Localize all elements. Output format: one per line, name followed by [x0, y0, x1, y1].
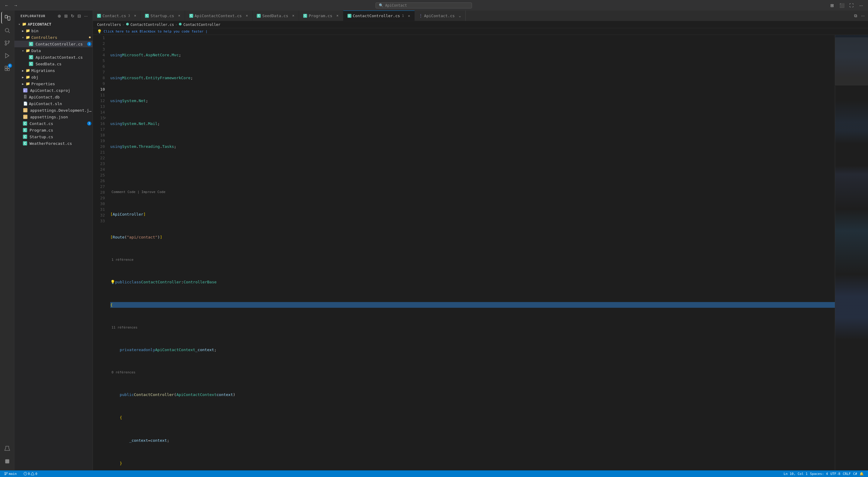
- tab-label: ApiContact.cs: [424, 13, 455, 18]
- sidebar-item-obj[interactable]: ▶ 📁 obj: [14, 74, 93, 80]
- sidebar-item-apicontact[interactable]: ▾ 📁 APICONTACT: [14, 21, 93, 27]
- error-count: 0: [28, 472, 30, 476]
- line-number: 26: [93, 178, 105, 184]
- tab-badge: 1: [402, 14, 404, 18]
- sidebar-item-weatherforecast[interactable]: C WeatherForecast.cs: [14, 140, 93, 147]
- line-number: 17: [93, 127, 105, 132]
- status-encoding[interactable]: UTF-8: [829, 472, 841, 476]
- sidebar-item-appsettings-dev[interactable]: {} appsettings.Development.json: [14, 107, 93, 113]
- tab-close-button[interactable]: ×: [244, 13, 249, 18]
- tab-apicontactcontext[interactable]: C ApiContactContext.cs ×: [185, 10, 253, 21]
- sidebar-item-data[interactable]: ▾ 📁 Data: [14, 47, 93, 54]
- tab-contactcontroller[interactable]: C ContactController.cs 1 ×: [343, 10, 415, 21]
- back-button[interactable]: ←: [3, 2, 10, 9]
- sidebar-item-apicontactcontext[interactable]: C ApiContactContext.cs: [14, 54, 93, 61]
- sidebar-item-label: ApiContactContext.cs: [36, 55, 93, 60]
- extensions-badge: 4: [8, 64, 12, 68]
- sidebar-item-seeddata[interactable]: C SeedData.cs: [14, 61, 93, 67]
- status-branch[interactable]: main: [3, 470, 18, 477]
- hint-bar: 💡 Click here to ask Blackbox to help you…: [93, 28, 868, 35]
- breadcrumb-controllers[interactable]: Controllers: [97, 23, 121, 27]
- forward-button[interactable]: →: [12, 2, 19, 9]
- collapse-all-button[interactable]: ⊟: [76, 13, 82, 19]
- search-bar[interactable]: 🔍 ApiContact: [375, 2, 472, 8]
- sidebar-item-csproj[interactable]: ⚙ ApiContact.csproj: [14, 87, 93, 94]
- split-editor-button[interactable]: ⧉: [852, 12, 859, 19]
- tab-close-button[interactable]: ×: [291, 13, 296, 18]
- tab-seeddata[interactable]: C SeedData.cs ×: [253, 10, 299, 21]
- status-spaces[interactable]: Spaces: 4: [809, 472, 830, 476]
- svg-text:⚙: ⚙: [24, 90, 25, 92]
- svg-rect-1: [7, 16, 10, 20]
- explorer-icon[interactable]: [1, 12, 13, 24]
- json-icon: {}: [23, 114, 28, 119]
- line-number: 9: [93, 81, 105, 87]
- status-errors[interactable]: 0 0: [22, 470, 38, 477]
- editor-content: 1 2 3 4 5 6 7 8 9 10 11 12 13 14 15 16 1…: [93, 35, 868, 470]
- new-file-button[interactable]: ⊕: [56, 13, 62, 19]
- tab-program[interactable]: C Program.cs ×: [299, 10, 343, 21]
- sidebar-item-sln[interactable]: 📄 ApiContact.sln: [14, 100, 93, 107]
- code-editor[interactable]: using Microsoft.AspNetCore.Mvc; using Mi…: [108, 35, 835, 470]
- sidebar-item-contact[interactable]: C Contact.cs 3: [14, 120, 93, 127]
- refresh-button[interactable]: ↻: [70, 13, 76, 19]
- tab-apicontact[interactable]: ⋮ ApiContact.cs ⌄: [415, 10, 466, 21]
- tab-label: Startup.cs: [150, 13, 174, 18]
- cs-icon: C: [29, 62, 33, 66]
- hint-text[interactable]: Click here to ask Blackbox to help you c…: [104, 30, 207, 33]
- line-numbers: 1 2 3 4 5 6 7 8 9 10 11 12 13 14 15 16 1…: [93, 35, 108, 470]
- status-language[interactable]: C#: [852, 472, 858, 476]
- file-badge: 1: [87, 42, 91, 46]
- svg-line-3: [8, 32, 10, 33]
- status-feedback[interactable]: 🔔: [858, 472, 865, 476]
- breadcrumb-class[interactable]: ContactController: [183, 23, 220, 27]
- status-line-col[interactable]: Ln 10, Col 1: [782, 472, 809, 476]
- search-icon[interactable]: [1, 24, 13, 36]
- minimap[interactable]: [835, 35, 868, 470]
- sidebar-item-label: ContactController.cs: [36, 42, 87, 46]
- more-options-button[interactable]: ···: [83, 13, 89, 19]
- svg-rect-13: [5, 459, 9, 463]
- layout-button[interactable]: ⊞: [828, 1, 836, 9]
- breadcrumb-file[interactable]: ContactController.cs: [130, 23, 174, 27]
- code-line-10: {: [110, 302, 835, 308]
- extensions-icon[interactable]: 4: [1, 62, 13, 74]
- sidebar-item-program[interactable]: C Program.cs: [14, 127, 93, 133]
- tab-close-button[interactable]: ×: [133, 13, 137, 18]
- tab-close-button[interactable]: ×: [177, 13, 182, 18]
- tab-close-button[interactable]: ×: [335, 13, 340, 18]
- sidebar-item-db[interactable]: 🗄 ApiContact.db: [14, 94, 93, 100]
- status-eol[interactable]: CRLF: [841, 472, 852, 476]
- json-icon: {}: [23, 108, 28, 113]
- tab-contact-cs[interactable]: C Contact.cs 3 ×: [93, 10, 141, 21]
- sidebar-item-migrations[interactable]: ▶ 📁 Migrations: [14, 67, 93, 74]
- fullscreen-button[interactable]: ⛶: [847, 1, 855, 9]
- cs-tab-icon: C: [97, 14, 101, 18]
- code-annotation: 1 référence: [110, 257, 835, 262]
- testing-icon[interactable]: [1, 443, 13, 455]
- sidebar-item-bin[interactable]: ▶ 📁 bin: [14, 27, 93, 34]
- blackbox-icon[interactable]: [1, 455, 13, 467]
- split-button[interactable]: ⬛: [838, 1, 846, 9]
- line-number: 20: [93, 144, 105, 149]
- sidebar-item-label: Data: [31, 48, 93, 53]
- more-tabs-button[interactable]: ···: [860, 12, 866, 19]
- cs-tab-icon: C: [303, 14, 307, 18]
- new-folder-button[interactable]: ⊞: [63, 13, 69, 19]
- sidebar-item-startup[interactable]: C Startup.cs: [14, 133, 93, 140]
- run-debug-icon[interactable]: [1, 50, 13, 62]
- sidebar-item-appsettings[interactable]: {} appsettings.json: [14, 113, 93, 120]
- tab-close-button[interactable]: ⌄: [458, 13, 462, 18]
- code-line-12: public ContactController(ApiContactConte…: [110, 392, 835, 398]
- minimap-slider[interactable]: [835, 37, 868, 86]
- sidebar-item-contactcontroller[interactable]: C ContactController.cs 1: [14, 41, 93, 47]
- tab-startup[interactable]: C Startup.cs ×: [141, 10, 185, 21]
- source-control-icon[interactable]: [1, 37, 13, 49]
- hint-link[interactable]: Click here to ask Blackbox to help you c…: [104, 30, 207, 33]
- line-number: 27: [93, 184, 105, 190]
- more-button[interactable]: ···: [857, 1, 865, 9]
- tab-close-button[interactable]: ×: [407, 13, 411, 19]
- sidebar-item-controllers[interactable]: ▾ 📁 Controllers: [14, 34, 93, 41]
- titlebar-navigation: ← →: [3, 2, 19, 9]
- sidebar-item-properties[interactable]: ▶ 📁 Properties: [14, 80, 93, 87]
